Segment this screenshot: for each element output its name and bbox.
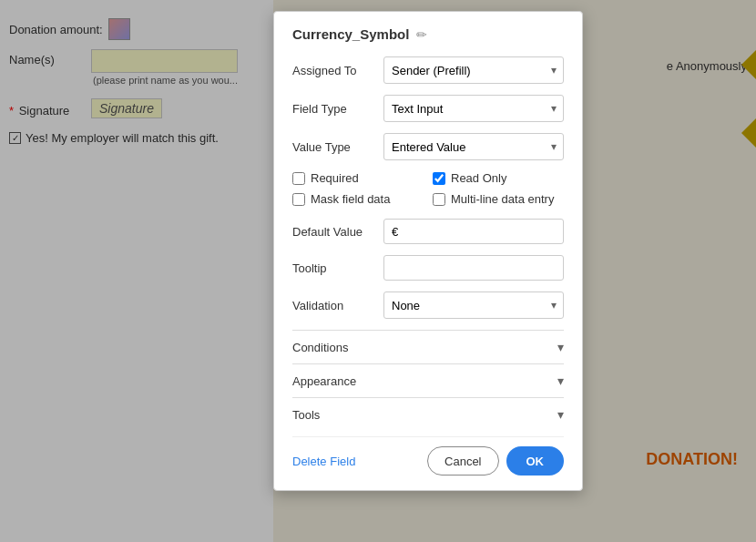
modal-header: Currency_Symbol ✏ [292,26,564,42]
appearance-label: Appearance [292,374,356,388]
validation-label: Validation [292,299,383,312]
read-only-checkbox[interactable] [433,172,445,185]
mask-field-checkbox[interactable] [292,193,305,206]
modal-title: Currency_Symbol [292,26,409,42]
assigned-to-row: Assigned To Sender (Prefill) Recipient F… [292,56,564,84]
tooltip-row: Tooltip [292,255,564,281]
default-value-row: Default Value [292,219,564,244]
default-value-label: Default Value [292,225,383,239]
default-value-input[interactable] [383,219,564,244]
mask-field-label[interactable]: Mask field data [311,192,390,206]
value-type-row: Value Type Entered Value Prefilled Value… [292,133,564,160]
modal-footer: Delete Field Cancel OK [292,436,564,476]
field-type-select-wrapper: Text Input Dropdown Checkbox ▾ [383,95,564,122]
modal-dialog: Currency_Symbol ✏ Assigned To Sender (Pr… [273,11,583,491]
tools-row[interactable]: Tools ▾ [292,397,564,431]
multiline-label[interactable]: Multi-line data entry [451,192,554,206]
appearance-row[interactable]: Appearance ▾ [292,363,564,397]
assigned-to-label: Assigned To [292,64,383,77]
required-item: Required [292,171,424,185]
edit-icon[interactable]: ✏ [416,27,427,42]
ok-button[interactable]: OK [506,446,565,476]
validation-row: Validation None Email Phone Number Date … [292,291,564,319]
appearance-chevron: ▾ [557,373,564,388]
conditions-row[interactable]: Conditions ▾ [292,330,564,363]
multiline-item: Multi-line data entry [433,192,564,206]
validation-select-wrapper: None Email Phone Number Date ▾ [383,291,564,319]
value-type-select-wrapper: Entered Value Prefilled Value Calculated… [383,133,564,160]
multiline-checkbox[interactable] [433,193,445,206]
field-type-row: Field Type Text Input Dropdown Checkbox … [292,95,564,122]
assigned-to-select-wrapper: Sender (Prefill) Recipient Form Submitte… [383,56,564,84]
cancel-button[interactable]: Cancel [427,446,498,476]
value-type-select[interactable]: Entered Value Prefilled Value Calculated [383,133,564,160]
field-type-label: Field Type [292,102,383,116]
footer-buttons: Cancel OK [427,446,564,476]
tools-label: Tools [292,408,320,422]
value-type-label: Value Type [292,140,383,154]
read-only-item: Read Only [433,171,564,185]
validation-select[interactable]: None Email Phone Number Date [383,291,564,319]
read-only-label[interactable]: Read Only [451,171,506,185]
tooltip-label: Tooltip [292,261,383,275]
required-checkbox[interactable] [292,172,305,185]
conditions-chevron: ▾ [557,340,564,354]
tooltip-input[interactable] [383,255,564,281]
tools-chevron: ▾ [557,407,564,422]
checkboxes-grid: Required Read Only Mask field data Multi… [292,171,564,206]
conditions-label: Conditions [292,341,348,354]
assigned-to-select[interactable]: Sender (Prefill) Recipient Form Submitte… [383,56,564,84]
required-label[interactable]: Required [311,171,359,185]
delete-field-button[interactable]: Delete Field [292,455,355,468]
mask-field-item: Mask field data [292,192,424,206]
field-type-select[interactable]: Text Input Dropdown Checkbox [383,95,564,122]
